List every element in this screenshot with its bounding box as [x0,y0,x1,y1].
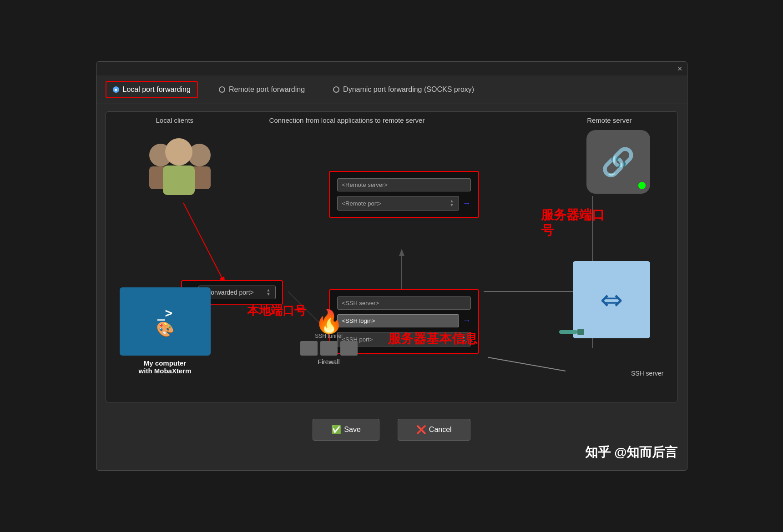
tab-remote[interactable]: Remote port forwarding [212,81,312,98]
my-computer: _> 🎨 My computer with MobaXterm [120,287,211,375]
save-label: Save [344,426,360,434]
people-svg [133,130,224,203]
watermark: 知乎 @知而后言 [585,444,677,461]
svg-rect-13 [163,166,195,195]
label-remote-server: Remote server [587,116,631,124]
firewall-block-1 [300,341,318,356]
ssh-server-icon-box: ⇔ [573,261,650,338]
tab-local-label: Local port forwarding [123,85,191,94]
svg-line-0 [183,203,224,282]
svg-rect-15 [577,329,584,335]
main-dialog: × Local port forwarding Remote port forw… [96,61,687,471]
radio-remote [219,86,225,93]
save-button[interactable]: ✅ Save [313,419,379,441]
ssh-server-row: <SSH server> [337,296,471,310]
firewall-block-3 [340,341,358,356]
check-icon: ✅ [331,425,341,435]
annotation-server-port: 服务器端口号 [541,207,605,238]
cancel-button[interactable]: ❌ Cancel [398,419,470,441]
computer-screen: _> 🎨 [120,287,211,356]
cable-connector [559,327,586,338]
arrow-right-ssh-icon: → [463,316,471,326]
close-button[interactable]: × [677,65,682,73]
annotation-server-info: 服务器基本信息 [388,330,477,347]
ssh-server-input[interactable]: <SSH server> [337,296,471,310]
bottom-bar: ✅ Save ❌ Cancel 知乎 @知而后言 [96,410,687,450]
arrows-icon: ⇔ [600,284,623,316]
ssh-server-label: SSH server [631,370,664,377]
firewall-block-2 [320,341,338,356]
local-clients-icon [133,130,215,203]
ssh-server-area: ⇔ SSH server [631,367,664,377]
remote-config-box: <Remote server> <Remote port> ▲▼ → [329,171,479,218]
x-icon: ❌ [416,425,426,435]
svg-point-12 [165,138,192,166]
remote-server-icon: 🔗 [582,130,655,194]
remote-port-input[interactable]: <Remote port> ▲▼ [337,196,459,211]
svg-line-6 [488,357,566,371]
remote-server-row: <Remote server> [337,178,471,191]
ssh-tunnel-label: SSH tunnel [297,333,361,339]
port-stepper[interactable]: ▲▼ [267,288,271,296]
tab-bar: Local port forwarding Remote port forwar… [96,75,687,104]
remote-port-stepper[interactable]: ▲▼ [450,199,454,207]
server-shape: 🔗 [586,130,650,194]
label-connection: Connection from local applications to re… [252,116,443,124]
arrow-right-icon: → [463,199,471,208]
tab-remote-label: Remote port forwarding [229,85,305,94]
computer-label: My computer with MobaXterm [120,359,211,375]
label-local-clients: Local clients [156,116,194,124]
diagram-area: Local clients Connection from local appl… [106,111,678,402]
firewall-area: 🔥 SSH tunnel Firewall [297,310,361,366]
firewall-blocks [297,341,361,356]
chain-link-icon: 🔗 [601,146,635,178]
green-status-dot [638,182,646,189]
title-bar: × [96,62,687,75]
flame-icon: 🔥 [297,310,361,333]
firewall-label: Firewall [297,358,361,366]
cable-svg [559,327,586,336]
svg-rect-14 [559,330,577,334]
remote-port-row: <Remote port> ▲▼ → [337,196,471,211]
remote-server-input[interactable]: <Remote server> [337,178,471,191]
tab-dynamic-label: Dynamic port forwarding (SOCKS proxy) [343,85,474,94]
tab-local[interactable]: Local port forwarding [106,81,198,98]
radio-dynamic [333,86,339,93]
cancel-label: Cancel [429,426,452,434]
radio-local [113,86,119,93]
tab-dynamic[interactable]: Dynamic port forwarding (SOCKS proxy) [326,81,481,98]
